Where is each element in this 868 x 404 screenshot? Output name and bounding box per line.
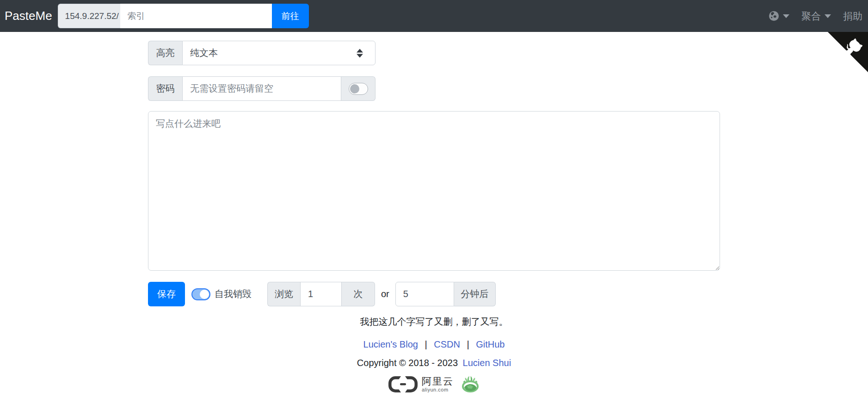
minutes-input[interactable] [395, 282, 454, 306]
footer-motto: 我把这几个字写了又删，删了又写。 [148, 316, 720, 328]
self-destruct-label: 自我销毁 [215, 288, 252, 300]
highlight-selected-value: 纯文本 [190, 47, 218, 59]
language-dropdown[interactable] [769, 11, 789, 21]
donate-label: 捐助 [843, 10, 862, 23]
link-lucien-blog[interactable]: Lucien's Blog [363, 339, 418, 349]
brand-pasteme[interactable]: PasteMe [5, 9, 52, 23]
minutes-group: 分钟后 [395, 282, 496, 306]
toggle-knob [200, 290, 209, 299]
copyright-line: Copyright © 2018 - 2023 Lucien Shui [148, 358, 720, 368]
page-footer: 我把这几个字写了又删，删了又写。 Lucien's Blog | CSDN | … [148, 316, 720, 393]
paste-form: 高亮 纯文本 密码 保存 自我销毁 浏览 次 or [148, 41, 720, 393]
globe-icon [769, 11, 779, 21]
password-visibility-toggle[interactable] [349, 83, 368, 95]
views-count-input[interactable] [300, 282, 342, 306]
index-search-input[interactable] [120, 4, 272, 28]
minutes-unit-label: 分钟后 [454, 282, 496, 306]
views-count-group: 浏览 次 [267, 282, 375, 306]
aliyun-domain: aliyun.com [422, 387, 454, 392]
aggregate-dropdown[interactable]: 聚合 [801, 10, 831, 23]
top-navbar: PasteMe 154.9.227.52/ 前往 聚合 捐助 [0, 0, 868, 32]
github-corner-ribbon[interactable] [828, 32, 868, 72]
aliyun-logo-text: 阿里云 aliyun.com [422, 376, 454, 392]
content-textarea[interactable] [148, 111, 720, 271]
highlight-group: 高亮 纯文本 [148, 41, 376, 65]
author-link[interactable]: Lucien Shui [463, 358, 511, 368]
link-csdn[interactable]: CSDN [434, 339, 460, 349]
password-label: 密码 [148, 76, 182, 101]
save-controls-row: 保存 自我销毁 浏览 次 or 分钟后 [148, 282, 720, 306]
save-button[interactable]: 保存 [148, 282, 185, 306]
url-prefix-addon: 154.9.227.52/ [58, 4, 120, 28]
footer-links: Lucien's Blog | CSDN | GitHub [148, 339, 720, 350]
aliyun-logo[interactable]: 阿里云 aliyun.com [388, 376, 454, 392]
password-toggle-cell [341, 76, 376, 101]
password-group: 密码 [148, 76, 376, 101]
views-unit-label: 次 [342, 282, 375, 306]
link-github[interactable]: GitHub [476, 339, 505, 349]
donate-link[interactable]: 捐助 [843, 10, 862, 23]
moeicp-wreath-icon[interactable] [461, 375, 480, 393]
copyright-text: Copyright © 2018 - 2023 [357, 358, 458, 368]
highlight-select[interactable]: 纯文本 [182, 41, 376, 65]
highlight-label: 高亮 [148, 41, 182, 65]
chevron-down-icon [783, 14, 789, 18]
link-separator: | [467, 339, 469, 349]
navbar-right-menu: 聚合 捐助 [757, 10, 862, 23]
link-separator: | [425, 339, 427, 349]
footer-logos: 阿里云 aliyun.com [148, 375, 720, 393]
toggle-knob [350, 84, 359, 93]
aggregate-label: 聚合 [801, 10, 821, 23]
password-input[interactable] [182, 76, 341, 101]
self-destruct-toggle[interactable] [191, 288, 210, 300]
aliyun-name: 阿里云 [422, 376, 454, 386]
chevron-down-icon [825, 14, 831, 18]
aliyun-brackets-icon [388, 376, 418, 392]
navbar-search-group: 154.9.227.52/ 前往 [58, 4, 309, 28]
views-label: 浏览 [267, 282, 300, 306]
go-button[interactable]: 前往 [272, 4, 309, 28]
or-label: or [381, 289, 389, 299]
up-down-arrows-icon [357, 49, 363, 57]
